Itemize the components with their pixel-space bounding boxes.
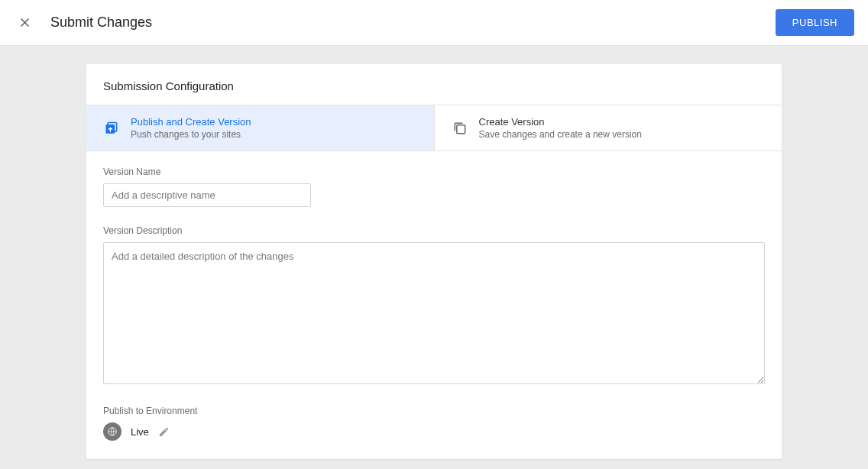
content: Submission Configuration Publish and Cre… <box>0 46 868 459</box>
submission-card: Submission Configuration Publish and Cre… <box>86 64 782 459</box>
environment-name: Live <box>131 426 149 438</box>
form-body: Version Name Version Description Publish… <box>86 151 782 459</box>
option-sub: Push changes to your sites <box>131 129 251 140</box>
version-name-block: Version Name <box>103 167 765 207</box>
version-desc-label: Version Description <box>103 225 765 236</box>
option-texts: Publish and Create Version Push changes … <box>131 116 251 140</box>
version-name-label: Version Name <box>103 167 765 177</box>
option-sub: Save changes and create a new version <box>479 129 642 140</box>
option-publish-create[interactable]: Publish and Create Version Push changes … <box>86 105 434 150</box>
card-header: Submission Configuration <box>86 64 782 105</box>
close-button[interactable] <box>14 12 35 34</box>
version-name-input[interactable] <box>103 183 311 207</box>
version-desc-input[interactable] <box>103 242 765 384</box>
edit-environment-button[interactable] <box>158 426 170 438</box>
version-stack-icon <box>452 120 468 137</box>
live-badge-icon <box>103 422 121 441</box>
pencil-icon <box>158 426 170 438</box>
version-desc-block: Version Description <box>103 225 765 387</box>
svg-rect-4 <box>456 125 465 133</box>
close-icon <box>19 17 31 28</box>
topbar: Submit Changes PUBLISH <box>0 0 868 46</box>
option-create-version[interactable]: Create Version Save changes and create a… <box>434 105 782 150</box>
option-row: Publish and Create Version Push changes … <box>86 105 782 151</box>
page-title: Submit Changes <box>50 15 776 31</box>
publish-button[interactable]: PUBLISH <box>776 9 854 36</box>
environment-block: Publish to Environment Live <box>103 406 765 441</box>
environment-row: Live <box>103 422 765 441</box>
option-texts: Create Version Save changes and create a… <box>479 116 642 140</box>
option-title: Create Version <box>479 116 642 128</box>
publish-upload-icon <box>103 120 120 137</box>
option-title: Publish and Create Version <box>131 116 251 128</box>
environment-label: Publish to Environment <box>103 406 765 416</box>
